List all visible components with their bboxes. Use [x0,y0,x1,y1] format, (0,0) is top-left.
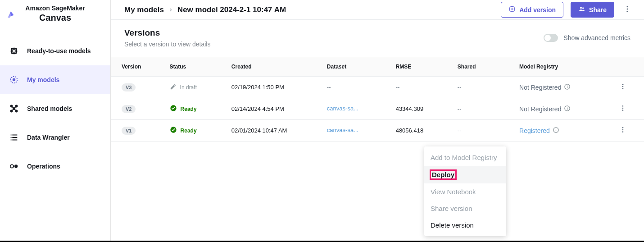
menu-item-deploy[interactable]: Deploy [424,166,506,183]
shared-cell: -- [453,77,515,98]
dataset-cell: -- [327,84,331,91]
table-row[interactable]: V3In draft02/19/2024 1:50 PM------Not Re… [111,77,644,98]
share-nodes-icon [9,104,19,114]
table-row[interactable]: V1Ready02/01/2024 10:47 AMcanvas-sa...48… [111,120,644,142]
row-actions-menu: Add to Model RegistryDeployView Notebook… [424,146,506,236]
version-pill: V1 [122,127,136,135]
svg-point-24 [622,108,624,109]
advanced-metrics-toggle-wrap: Show advanced metrics [544,34,630,42]
info-icon[interactable] [553,127,559,135]
canvas-logo-icon [6,10,15,21]
svg-point-9 [10,164,14,168]
svg-point-30 [622,131,624,132]
sidebar-item-shared-models[interactable]: Shared models [0,94,110,123]
svg-point-25 [622,110,624,111]
svg-point-20 [622,88,624,89]
advanced-metrics-toggle[interactable] [544,34,558,42]
status-text: Ready [181,128,197,134]
plus-circle-icon [508,5,516,14]
registry-label: Not Registered [519,84,561,91]
section-title: Versions [124,28,210,38]
svg-point-13 [582,7,584,9]
page-more-button[interactable] [621,3,633,17]
breadcrumb-current: New model 2024-2-1 10:47 AM [177,5,286,14]
col-version: Version [111,57,165,77]
check-circle-icon [170,105,177,113]
chevron-right-icon [168,5,173,14]
registry-label: Not Registered [519,105,561,113]
version-pill: V2 [122,105,136,113]
shared-cell: -- [453,98,515,120]
sidebar: Amazon SageMaker Canvas Ready-to-use mod… [0,0,111,241]
col-shared: Shared [453,57,515,77]
col-created: Created [227,57,322,77]
svg-point-14 [627,6,628,7]
brand-top-label: Amazon SageMaker [0,5,110,12]
sidebar-item-operations[interactable]: Operations [0,152,110,181]
pencil-icon [170,83,177,91]
created-cell: 02/01/2024 10:47 AM [227,120,322,142]
sidebar-item-my-models[interactable]: My models [0,65,110,94]
check-circle-icon [170,126,177,135]
main: My models New model 2024-2-1 10:47 AM Ad… [111,0,644,241]
dataset-link[interactable]: canvas-sa... [327,105,358,112]
info-icon[interactable] [564,105,571,113]
share-button[interactable]: Share [571,2,614,18]
menu-item-share-version[interactable]: Share version [424,200,506,217]
table-row[interactable]: V2Ready02/14/2024 4:54 PMcanvas-sa...433… [111,98,644,120]
nav: Ready-to-use models My models Shared mod… [0,37,110,181]
sidebar-item-label: Ready-to-use models [27,47,91,55]
add-version-button[interactable]: Add version [501,2,563,18]
col-status: Status [165,57,227,77]
svg-point-3 [13,79,15,81]
rmse-cell: -- [391,77,453,98]
sidebar-item-label: Operations [27,163,60,170]
menu-item-view-notebook[interactable]: View Notebook [424,183,506,200]
svg-point-15 [627,8,628,9]
section-head: Versions Select a version to view detail… [111,20,644,52]
share-label: Share [589,6,607,14]
svg-rect-1 [13,50,15,52]
people-icon [578,5,585,14]
info-icon[interactable] [564,83,571,91]
col-registry: Model Registry [515,57,613,77]
svg-point-19 [622,86,624,87]
menu-item-add-to-model-registry[interactable]: Add to Model Registry [424,149,506,166]
top-actions: Add version Share [501,2,633,18]
svg-point-12 [580,7,582,9]
section-subtitle: Select a version to view details [124,41,210,48]
topbar: My models New model 2024-2-1 10:47 AM Ad… [111,0,644,20]
svg-rect-0 [12,49,17,54]
status-text: Ready [181,106,197,112]
svg-point-16 [627,10,628,12]
row-more-button[interactable] [617,126,628,137]
sidebar-item-ready-to-use[interactable]: Ready-to-use models [0,37,110,65]
sidebar-item-label: My models [27,76,59,83]
sidebar-item-label: Shared models [27,105,72,112]
brand: Amazon SageMaker Canvas [0,0,110,27]
brand-bottom-label: Canvas [0,13,110,23]
rmse-cell: 43344.309 [391,98,453,120]
status-text: In draft [180,84,197,91]
registry-link[interactable]: Registered [519,127,550,134]
row-more-button[interactable] [617,83,628,93]
version-pill: V3 [122,83,136,91]
svg-point-28 [622,127,624,128]
menu-item-delete-version[interactable]: Delete version [424,217,506,233]
created-cell: 02/14/2024 4:54 PM [227,98,322,120]
dataset-link[interactable]: canvas-sa... [327,127,358,133]
col-rmse: RMSE [391,57,453,77]
sidebar-item-data-wrangler[interactable]: Data Wrangler [0,123,110,152]
row-more-button[interactable] [617,105,628,115]
svg-point-29 [622,129,624,131]
target-icon [9,75,19,85]
versions-table: Version Status Created Dataset RMSE Shar… [111,57,644,142]
advanced-metrics-label: Show advanced metrics [563,34,630,41]
list-icon [9,132,19,142]
add-version-label: Add version [519,6,556,14]
rmse-cell: 48056.418 [391,120,453,142]
breadcrumb-root[interactable]: My models [124,5,164,14]
created-cell: 02/19/2024 1:50 PM [227,77,322,98]
operations-icon [9,161,19,171]
svg-point-10 [14,164,18,168]
